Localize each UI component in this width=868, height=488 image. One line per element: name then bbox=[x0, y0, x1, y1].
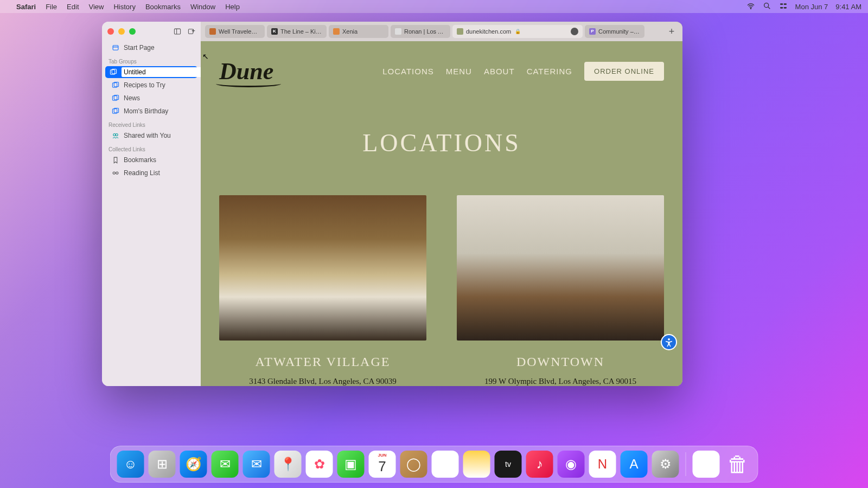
svg-point-27 bbox=[668, 338, 670, 341]
svg-point-0 bbox=[750, 8, 751, 9]
tabgroup-name-input[interactable] bbox=[122, 67, 207, 77]
dock-photos-icon[interactable]: ✿ bbox=[306, 451, 333, 478]
dock-messages-icon[interactable]: ✉ bbox=[212, 451, 239, 478]
favicon-icon bbox=[457, 28, 463, 35]
locations-grid: ATWATER VILLAGE 3143 Glendale Blvd, Los … bbox=[201, 195, 682, 386]
dock-calendar-icon[interactable]: JUN7 bbox=[369, 451, 396, 478]
dock-tv-icon[interactable]: tv bbox=[495, 451, 522, 478]
nav-about[interactable]: ABOUT bbox=[484, 67, 515, 76]
tab-label: Well Traveled |… bbox=[219, 28, 260, 35]
location-name: DOWNTOWN bbox=[457, 355, 664, 369]
nav-menu[interactable]: MENU bbox=[446, 67, 472, 76]
sidebar-reading-list[interactable]: Reading List bbox=[105, 167, 197, 179]
menu-bookmarks[interactable]: Bookmarks bbox=[145, 3, 181, 11]
reader-icon[interactable] bbox=[571, 28, 578, 35]
tabgroup-recipes[interactable]: Recipes to Try bbox=[105, 79, 197, 91]
tab-label: Xenia bbox=[342, 28, 358, 35]
menu-edit[interactable]: Edit bbox=[67, 3, 79, 11]
menu-window[interactable]: Window bbox=[190, 3, 215, 11]
browser-tab[interactable]: KThe Line – Kinfolk bbox=[267, 25, 327, 38]
bookmark-icon bbox=[112, 156, 119, 164]
control-center-icon[interactable] bbox=[779, 2, 788, 12]
dock-safari-icon[interactable]: 🧭 bbox=[180, 451, 207, 478]
tabgroup-news[interactable]: News bbox=[105, 92, 197, 104]
browser-tab[interactable]: PCommunity – Pi… bbox=[585, 25, 644, 38]
dock-settings-icon[interactable]: ⚙ bbox=[652, 451, 679, 478]
dock-maps-icon[interactable]: 📍 bbox=[275, 451, 302, 478]
svg-point-1 bbox=[764, 3, 768, 7]
menubar-date[interactable]: Mon Jun 7 bbox=[795, 3, 828, 11]
browser-tab[interactable]: Ronan | Los Ang… bbox=[391, 25, 450, 38]
dock-launchpad-icon[interactable]: ⊞ bbox=[149, 451, 176, 478]
sidebar-section-tabgroups: Tab Groups bbox=[102, 54, 201, 66]
sidebar-shared-with-you[interactable]: Shared with You bbox=[105, 130, 197, 142]
start-page-icon bbox=[112, 44, 119, 52]
svg-rect-12 bbox=[113, 46, 118, 50]
sidebar-bookmarks[interactable]: Bookmarks bbox=[105, 154, 197, 166]
menu-view[interactable]: View bbox=[89, 3, 104, 11]
nav-locations[interactable]: LOCATIONS bbox=[382, 67, 434, 76]
site-header: Dune LOCATIONS MENU ABOUT CATERING ORDER… bbox=[201, 41, 682, 96]
dock-contacts-icon[interactable]: ◯ bbox=[400, 451, 427, 478]
sidebar-section-received: Received Links bbox=[102, 118, 201, 129]
svg-rect-9 bbox=[188, 29, 193, 34]
order-online-button[interactable]: ORDER ONLINE bbox=[584, 62, 664, 81]
sidebar-section-collected: Collected Links bbox=[102, 142, 201, 153]
tabgroup-icon bbox=[110, 68, 117, 76]
spotlight-icon[interactable] bbox=[763, 2, 771, 12]
dock-appstore-icon[interactable]: A bbox=[621, 451, 648, 478]
dock-separator bbox=[686, 452, 686, 476]
window-close-button[interactable] bbox=[107, 28, 114, 35]
sidebar-item-label: Shared with You bbox=[124, 132, 171, 139]
svg-rect-5 bbox=[780, 7, 783, 9]
location-address: 3143 Glendale Blvd, Los Angeles, CA 9003… bbox=[219, 377, 426, 386]
tabgroup-moms-birthday[interactable]: Mom's Birthday bbox=[105, 105, 197, 117]
tabgroup-editing[interactable]: ✕ bbox=[105, 66, 197, 78]
wifi-icon[interactable] bbox=[746, 2, 755, 12]
browser-tab[interactable]: dunekitchen.com🔒 bbox=[452, 25, 583, 38]
dock-notes-icon[interactable] bbox=[463, 451, 490, 478]
accessibility-button[interactable] bbox=[661, 334, 677, 350]
svg-rect-7 bbox=[174, 29, 180, 34]
window-maximize-button[interactable] bbox=[129, 28, 136, 35]
dock-music-icon[interactable]: ♪ bbox=[526, 451, 553, 478]
dock-finder-icon[interactable]: ☺ bbox=[117, 451, 144, 478]
lock-icon: 🔒 bbox=[515, 29, 521, 34]
window-minimize-button[interactable] bbox=[118, 28, 125, 35]
dock-reminders-icon[interactable]: ☰ bbox=[432, 451, 459, 478]
tab-label: The Line – Kinfolk bbox=[280, 28, 322, 35]
dock-trash-icon[interactable]: 🗑 bbox=[724, 451, 751, 478]
svg-point-24 bbox=[113, 172, 115, 174]
dock-podcasts-icon[interactable]: ◉ bbox=[558, 451, 585, 478]
svg-rect-4 bbox=[783, 3, 786, 5]
new-tabgroup-icon[interactable] bbox=[188, 28, 195, 35]
sidebar-start-page[interactable]: Start Page bbox=[105, 42, 197, 54]
site-logo[interactable]: Dune bbox=[219, 57, 273, 85]
app-name[interactable]: Safari bbox=[16, 3, 36, 11]
macos-menubar: Safari File Edit View History Bookmarks … bbox=[0, 0, 868, 13]
nav-catering[interactable]: CATERING bbox=[527, 67, 572, 76]
tab-label: dunekitchen.com bbox=[466, 28, 511, 35]
svg-point-23 bbox=[116, 134, 118, 136]
menubar-time[interactable]: 9:41 AM bbox=[835, 3, 861, 11]
shared-icon bbox=[112, 132, 119, 139]
dock-facetime-icon[interactable]: ▣ bbox=[337, 451, 365, 478]
favicon-icon bbox=[209, 28, 216, 35]
browser-tab[interactable]: Xenia bbox=[329, 25, 388, 38]
sidebar-item-label: News bbox=[124, 94, 140, 102]
dock-downloads-icon[interactable]: ▭ bbox=[693, 451, 720, 478]
dock-news-icon[interactable]: N bbox=[589, 451, 616, 478]
browser-tab[interactable]: Well Traveled |… bbox=[205, 25, 265, 38]
menu-history[interactable]: History bbox=[113, 3, 135, 11]
sidebar-item-label: Mom's Birthday bbox=[124, 107, 168, 115]
menu-file[interactable]: File bbox=[46, 3, 57, 11]
tab-bar: Well Traveled |…KThe Line – KinfolkXenia… bbox=[201, 22, 682, 41]
location-image bbox=[457, 195, 664, 341]
dock: ☺⊞🧭✉✉📍✿▣JUN7◯☰tv♪◉NA⚙ ▭🗑 bbox=[110, 446, 758, 483]
menu-help[interactable]: Help bbox=[225, 3, 240, 11]
new-tab-button[interactable]: + bbox=[665, 25, 678, 38]
dock-mail-icon[interactable]: ✉ bbox=[243, 451, 270, 478]
svg-point-25 bbox=[116, 172, 118, 174]
sidebar-toggle-icon[interactable] bbox=[174, 28, 181, 35]
location-card-atwater: ATWATER VILLAGE 3143 Glendale Blvd, Los … bbox=[219, 195, 426, 386]
